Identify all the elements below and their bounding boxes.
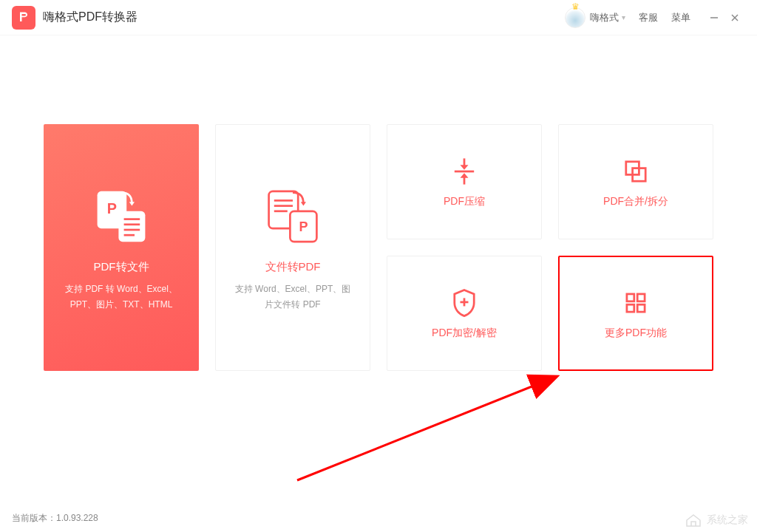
card-more-features[interactable]: 更多PDF功能 (558, 256, 713, 371)
card-subtitle: 支持 PDF 转 Word、Excel、PPT、图片、TXT、HTML (44, 282, 199, 312)
user-name[interactable]: 嗨格式 (590, 11, 619, 24)
app-title: 嗨格式PDF转换器 (43, 10, 138, 25)
pdf-to-file-icon: P (88, 183, 155, 250)
file-to-pdf-icon: P (259, 183, 326, 250)
svg-text:P: P (299, 219, 308, 234)
card-pdf-compress[interactable]: PDF压缩 (387, 124, 542, 239)
house-icon (685, 513, 702, 528)
version-label: 当前版本： (12, 513, 56, 523)
card-pdf-to-file[interactable]: P PDF转文件 支持 PDF 转 Word、Excel、PPT、图片、TXT、… (44, 124, 199, 371)
minimize-button[interactable] (704, 7, 724, 28)
app-logo-icon (12, 6, 35, 30)
card-title: PDF转文件 (94, 260, 149, 274)
svg-line-32 (297, 377, 556, 480)
svg-marker-15 (301, 202, 306, 205)
close-button[interactable] (724, 7, 745, 28)
svg-marker-22 (461, 173, 469, 178)
crown-icon: ♛ (571, 1, 580, 12)
svg-text:P: P (107, 201, 117, 217)
card-title: 文件转PDF (265, 260, 321, 274)
svg-rect-29 (627, 304, 634, 312)
svg-marker-5 (129, 202, 135, 205)
main-grid: P PDF转文件 支持 PDF 转 Word、Excel、PPT、图片、TXT、… (0, 35, 757, 371)
menu-link[interactable]: 菜单 (671, 11, 690, 24)
version-footer: 当前版本：1.0.93.228 (12, 512, 98, 525)
compress-icon (448, 155, 481, 188)
titlebar: 嗨格式PDF转换器 ♛ 嗨格式 ▾ 客服 菜单 (0, 0, 757, 35)
svg-rect-27 (627, 294, 634, 301)
card-pdf-encrypt[interactable]: PDF加密/解密 (387, 256, 542, 371)
merge-split-icon (619, 155, 652, 188)
card-title: PDF加密/解密 (432, 327, 497, 340)
card-title: PDF合并/拆分 (603, 195, 668, 208)
watermark-text: 系统之家 (707, 514, 748, 527)
svg-rect-30 (637, 304, 645, 312)
support-link[interactable]: 客服 (639, 11, 658, 24)
version-value: 1.0.93.228 (56, 513, 98, 523)
watermark: 系统之家 (685, 513, 748, 528)
svg-marker-19 (461, 165, 469, 170)
card-title: PDF压缩 (444, 195, 485, 208)
chevron-down-icon[interactable]: ▾ (622, 13, 625, 21)
shield-icon (448, 287, 481, 319)
svg-rect-28 (637, 294, 645, 301)
card-title: 更多PDF功能 (605, 327, 667, 340)
grid-icon (619, 287, 652, 319)
card-pdf-merge-split[interactable]: PDF合并/拆分 (558, 124, 713, 239)
svg-rect-6 (118, 211, 145, 242)
user-avatar[interactable]: ♛ (565, 7, 585, 28)
card-file-to-pdf[interactable]: P 文件转PDF 支持 Word、Excel、PPT、图片文件转 PDF (215, 124, 370, 371)
card-subtitle: 支持 Word、Excel、PPT、图片文件转 PDF (216, 282, 370, 312)
